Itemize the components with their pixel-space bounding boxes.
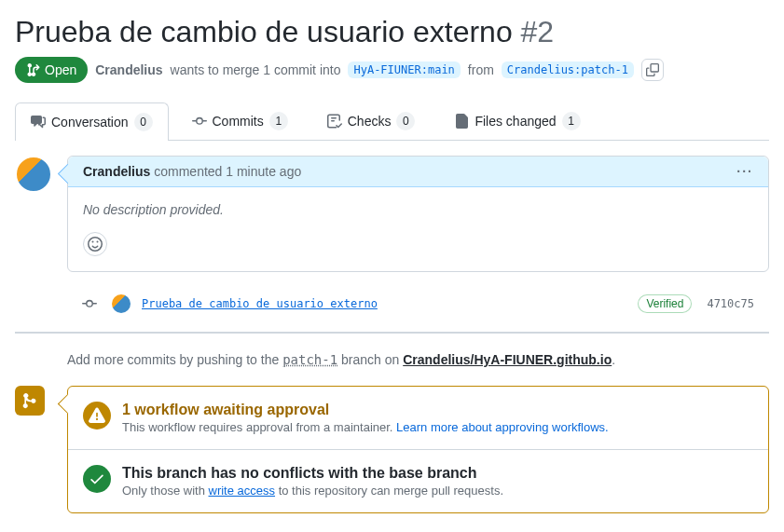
push-hint: Add more commits by pushing to the patch… [67, 352, 769, 367]
tab-commits-label: Commits [213, 114, 264, 129]
tab-conversation-count: 0 [134, 113, 153, 131]
commit-sha[interactable]: 4710c75 [707, 297, 754, 310]
comment-box: Crandelius commented 1 minute ago ··· No… [67, 156, 769, 272]
divider [15, 332, 769, 334]
comment-menu-button[interactable]: ··· [736, 164, 753, 179]
tab-conversation-label: Conversation [51, 115, 129, 130]
pr-meta-row: Open Crandelius wants to merge 1 commit … [15, 57, 769, 83]
conflicts-desc-suffix: to this repository can merge pull reques… [279, 484, 503, 498]
push-hint-branch: patch-1 [282, 352, 337, 367]
copy-branch-button[interactable] [641, 59, 664, 81]
tab-checks-count: 0 [396, 112, 415, 130]
comment-body: No description provided. [68, 187, 768, 232]
tab-conversation[interactable]: Conversation 0 [15, 102, 169, 141]
timeline: Crandelius commented 1 minute ago ··· No… [15, 156, 769, 321]
learn-more-link[interactable]: Learn more about approving workflows. [396, 420, 609, 434]
git-merge-icon [21, 392, 38, 409]
verified-badge[interactable]: Verified [638, 294, 692, 313]
push-hint-repo-link[interactable]: Crandelius/HyA-FIUNER.github.io [403, 352, 612, 367]
git-commit-icon [192, 114, 207, 129]
conflicts-title: This branch has no conflicts with the ba… [122, 465, 503, 482]
merge-area: 1 workflow awaiting approval This workfl… [15, 386, 769, 513]
smiley-icon [88, 237, 103, 252]
tabnav: Conversation 0 Commits 1 Checks 0 Files … [15, 102, 769, 141]
conflicts-section: This branch has no conflicts with the ba… [68, 450, 768, 512]
push-hint-prefix: Add more commits by pushing to the [67, 352, 279, 367]
alert-icon [89, 407, 105, 424]
tab-files-changed[interactable]: Files changed 1 [438, 102, 596, 140]
git-pull-request-icon [26, 62, 41, 77]
conflicts-desc-prefix: Only those with [122, 484, 205, 498]
merge-text-2: from [468, 62, 494, 77]
state-label: Open [45, 62, 76, 77]
comment-action: commented 1 minute ago [154, 164, 301, 179]
copy-icon [646, 63, 659, 76]
add-reaction-button[interactable] [83, 232, 107, 256]
git-commit-icon [82, 296, 97, 311]
comment-author[interactable]: Crandelius [83, 164, 150, 179]
pr-number: #2 [521, 15, 555, 48]
workflow-desc-text: This workflow requires approval from a m… [122, 420, 392, 434]
pr-title: Prueba de cambio de usuario externo #2 [15, 15, 769, 49]
tab-checks[interactable]: Checks 0 [311, 102, 432, 140]
commit-row: Prueba de cambio de usuario externo Veri… [67, 287, 769, 321]
commit-avatar[interactable] [112, 294, 131, 313]
pr-title-text: Prueba de cambio de usuario externo [15, 15, 513, 48]
conflicts-desc: Only those with write access to this rep… [122, 484, 503, 498]
tab-commits-count: 1 [269, 112, 288, 130]
tab-commits[interactable]: Commits 1 [176, 102, 304, 140]
avatar[interactable] [15, 156, 52, 193]
alert-icon-wrap [83, 402, 111, 430]
comment-discussion-icon [31, 115, 46, 130]
workflow-approval-section: 1 workflow awaiting approval This workfl… [68, 387, 768, 450]
write-access-link[interactable]: write access [209, 484, 276, 498]
check-icon [89, 471, 105, 487]
pr-author[interactable]: Crandelius [95, 62, 162, 77]
base-ref[interactable]: HyA-FIUNER:main [348, 61, 460, 78]
workflow-desc: This workflow requires approval from a m… [122, 420, 609, 434]
state-badge-open: Open [15, 57, 88, 83]
checklist-icon [327, 114, 342, 129]
merge-box: 1 workflow awaiting approval This workfl… [67, 386, 769, 513]
commit-message-link[interactable]: Prueba de cambio de usuario externo [142, 297, 378, 310]
check-icon-wrap [83, 465, 111, 493]
push-hint-middle: branch on [341, 352, 399, 367]
workflow-title: 1 workflow awaiting approval [122, 402, 609, 418]
head-ref[interactable]: Crandelius:patch-1 [502, 61, 634, 78]
tab-checks-label: Checks [348, 114, 392, 129]
merge-text-1: wants to merge 1 commit into [171, 62, 341, 77]
tab-files-count: 1 [562, 112, 581, 130]
tab-files-label: Files changed [475, 114, 556, 129]
comment-header: Crandelius commented 1 minute ago ··· [68, 157, 768, 187]
merge-status-icon-box [15, 386, 45, 416]
file-diff-icon [454, 114, 469, 129]
